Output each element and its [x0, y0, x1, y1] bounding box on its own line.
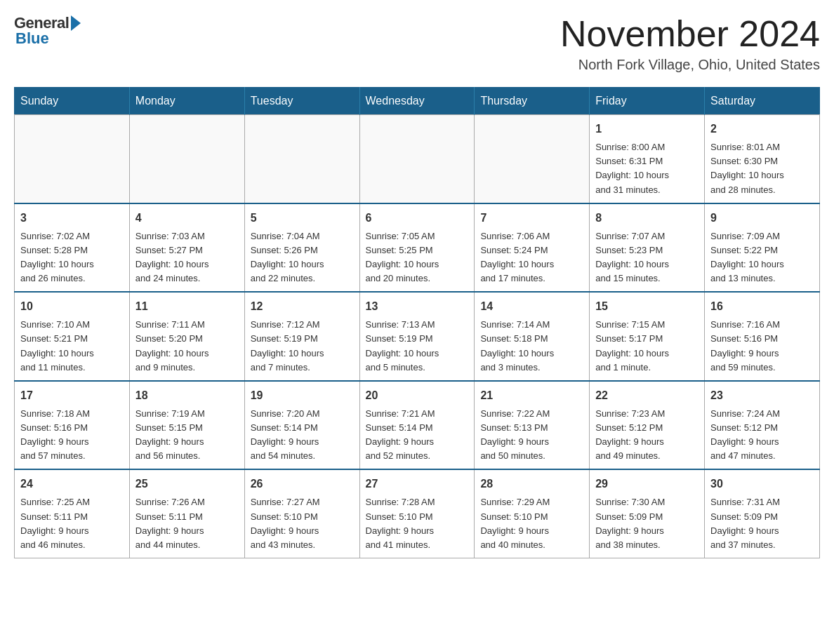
calendar-cell: 1Sunrise: 8:00 AMSunset: 6:31 PMDaylight…: [590, 115, 705, 203]
day-number: 3: [20, 210, 124, 227]
day-number: 28: [480, 476, 583, 492]
day-of-week-header: Saturday: [705, 88, 820, 115]
calendar-week-row: 10Sunrise: 7:10 AMSunset: 5:21 PMDayligh…: [15, 292, 820, 381]
calendar-cell: 30Sunrise: 7:31 AMSunset: 5:09 PMDayligh…: [705, 469, 820, 558]
day-number: 20: [366, 387, 469, 404]
day-info: Sunrise: 8:01 AMSunset: 6:30 PMDaylight:…: [710, 140, 814, 197]
calendar-cell: 12Sunrise: 7:12 AMSunset: 5:19 PMDayligh…: [244, 292, 359, 381]
calendar-cell: [129, 115, 244, 203]
calendar-cell: 5Sunrise: 7:04 AMSunset: 5:26 PMDaylight…: [244, 203, 359, 293]
calendar-cell: [244, 115, 359, 203]
day-info: Sunrise: 7:07 AMSunset: 5:23 PMDaylight:…: [595, 229, 699, 286]
day-number: 30: [710, 476, 814, 492]
location-text: North Fork Village, Ohio, United States: [560, 57, 820, 73]
day-number: 14: [480, 298, 583, 315]
calendar-cell: 17Sunrise: 7:18 AMSunset: 5:16 PMDayligh…: [15, 381, 130, 470]
logo-arrow-icon: [71, 15, 81, 31]
day-number: 7: [480, 210, 583, 227]
day-info: Sunrise: 7:28 AMSunset: 5:10 PMDaylight:…: [366, 495, 469, 552]
calendar-header-row: SundayMondayTuesdayWednesdayThursdayFrid…: [15, 88, 820, 115]
day-info: Sunrise: 7:25 AMSunset: 5:11 PMDaylight:…: [20, 495, 124, 552]
day-number: 17: [20, 387, 124, 404]
calendar-cell: 28Sunrise: 7:29 AMSunset: 5:10 PMDayligh…: [475, 469, 590, 558]
day-number: 21: [480, 387, 583, 404]
day-of-week-header: Tuesday: [244, 88, 359, 115]
logo-blue-text: Blue: [15, 29, 49, 48]
calendar-week-row: 24Sunrise: 7:25 AMSunset: 5:11 PMDayligh…: [15, 469, 820, 558]
calendar-cell: 4Sunrise: 7:03 AMSunset: 5:27 PMDaylight…: [129, 203, 244, 293]
day-number: 22: [595, 387, 699, 404]
day-of-week-header: Thursday: [475, 88, 590, 115]
day-info: Sunrise: 7:18 AMSunset: 5:16 PMDaylight:…: [20, 407, 124, 464]
day-info: Sunrise: 7:03 AMSunset: 5:27 PMDaylight:…: [135, 229, 239, 286]
calendar-cell: 19Sunrise: 7:20 AMSunset: 5:14 PMDayligh…: [244, 381, 359, 470]
calendar-cell: 16Sunrise: 7:16 AMSunset: 5:16 PMDayligh…: [705, 292, 820, 381]
day-info: Sunrise: 7:27 AMSunset: 5:10 PMDaylight:…: [251, 495, 354, 552]
day-number: 2: [710, 121, 814, 137]
day-info: Sunrise: 7:23 AMSunset: 5:12 PMDaylight:…: [595, 407, 699, 464]
day-number: 11: [135, 298, 239, 315]
calendar-cell: 10Sunrise: 7:10 AMSunset: 5:21 PMDayligh…: [15, 292, 130, 381]
day-number: 18: [135, 387, 239, 404]
day-info: Sunrise: 7:29 AMSunset: 5:10 PMDaylight:…: [480, 495, 583, 552]
page-header: General Blue November 2024 North Fork Vi…: [14, 14, 820, 73]
day-of-week-header: Friday: [590, 88, 705, 115]
day-of-week-header: Monday: [129, 88, 244, 115]
day-number: 6: [366, 210, 469, 227]
day-info: Sunrise: 7:24 AMSunset: 5:12 PMDaylight:…: [710, 407, 814, 464]
calendar-cell: 27Sunrise: 7:28 AMSunset: 5:10 PMDayligh…: [359, 469, 475, 558]
calendar-cell: 21Sunrise: 7:22 AMSunset: 5:13 PMDayligh…: [475, 381, 590, 470]
day-number: 25: [135, 476, 239, 492]
calendar-cell: 7Sunrise: 7:06 AMSunset: 5:24 PMDaylight…: [475, 203, 590, 293]
day-number: 12: [251, 298, 354, 315]
calendar-week-row: 17Sunrise: 7:18 AMSunset: 5:16 PMDayligh…: [15, 381, 820, 470]
calendar-cell: 20Sunrise: 7:21 AMSunset: 5:14 PMDayligh…: [359, 381, 475, 470]
day-info: Sunrise: 7:09 AMSunset: 5:22 PMDaylight:…: [710, 229, 814, 286]
day-info: Sunrise: 7:05 AMSunset: 5:25 PMDaylight:…: [366, 229, 469, 286]
calendar-cell: [475, 115, 590, 203]
day-info: Sunrise: 7:30 AMSunset: 5:09 PMDaylight:…: [595, 495, 699, 552]
calendar-cell: 11Sunrise: 7:11 AMSunset: 5:20 PMDayligh…: [129, 292, 244, 381]
day-number: 16: [710, 298, 814, 315]
day-number: 27: [366, 476, 469, 492]
calendar-week-row: 3Sunrise: 7:02 AMSunset: 5:28 PMDaylight…: [15, 203, 820, 293]
calendar-cell: [15, 115, 130, 203]
calendar-cell: 23Sunrise: 7:24 AMSunset: 5:12 PMDayligh…: [705, 381, 820, 470]
calendar-cell: 14Sunrise: 7:14 AMSunset: 5:18 PMDayligh…: [475, 292, 590, 381]
day-number: 24: [20, 476, 124, 492]
calendar-cell: 22Sunrise: 7:23 AMSunset: 5:12 PMDayligh…: [590, 381, 705, 470]
day-info: Sunrise: 7:26 AMSunset: 5:11 PMDaylight:…: [135, 495, 239, 552]
day-info: Sunrise: 7:20 AMSunset: 5:14 PMDaylight:…: [251, 407, 354, 464]
day-number: 8: [595, 210, 699, 227]
logo: General Blue: [14, 14, 81, 48]
day-number: 23: [710, 387, 814, 404]
calendar-cell: 26Sunrise: 7:27 AMSunset: 5:10 PMDayligh…: [244, 469, 359, 558]
day-number: 13: [366, 298, 469, 315]
day-of-week-header: Wednesday: [359, 88, 475, 115]
calendar-week-row: 1Sunrise: 8:00 AMSunset: 6:31 PMDaylight…: [15, 115, 820, 203]
calendar-cell: [359, 115, 475, 203]
day-info: Sunrise: 7:06 AMSunset: 5:24 PMDaylight:…: [480, 229, 583, 286]
day-number: 4: [135, 210, 239, 227]
day-info: Sunrise: 7:12 AMSunset: 5:19 PMDaylight:…: [251, 318, 354, 375]
day-info: Sunrise: 7:02 AMSunset: 5:28 PMDaylight:…: [20, 229, 124, 286]
day-info: Sunrise: 7:11 AMSunset: 5:20 PMDaylight:…: [135, 318, 239, 375]
title-section: November 2024 North Fork Village, Ohio, …: [560, 14, 820, 73]
calendar-cell: 6Sunrise: 7:05 AMSunset: 5:25 PMDaylight…: [359, 203, 475, 293]
day-number: 26: [251, 476, 354, 492]
calendar-cell: 2Sunrise: 8:01 AMSunset: 6:30 PMDaylight…: [705, 115, 820, 203]
calendar-cell: 15Sunrise: 7:15 AMSunset: 5:17 PMDayligh…: [590, 292, 705, 381]
day-info: Sunrise: 7:21 AMSunset: 5:14 PMDaylight:…: [366, 407, 469, 464]
day-of-week-header: Sunday: [15, 88, 130, 115]
day-number: 29: [595, 476, 699, 492]
day-number: 19: [251, 387, 354, 404]
day-info: Sunrise: 7:19 AMSunset: 5:15 PMDaylight:…: [135, 407, 239, 464]
day-number: 5: [251, 210, 354, 227]
calendar-cell: 8Sunrise: 7:07 AMSunset: 5:23 PMDaylight…: [590, 203, 705, 293]
day-info: Sunrise: 8:00 AMSunset: 6:31 PMDaylight:…: [595, 140, 699, 197]
calendar-cell: 18Sunrise: 7:19 AMSunset: 5:15 PMDayligh…: [129, 381, 244, 470]
day-info: Sunrise: 7:16 AMSunset: 5:16 PMDaylight:…: [710, 318, 814, 375]
calendar-cell: 9Sunrise: 7:09 AMSunset: 5:22 PMDaylight…: [705, 203, 820, 293]
month-title: November 2024: [560, 14, 820, 54]
calendar-table: SundayMondayTuesdayWednesdayThursdayFrid…: [14, 87, 820, 558]
